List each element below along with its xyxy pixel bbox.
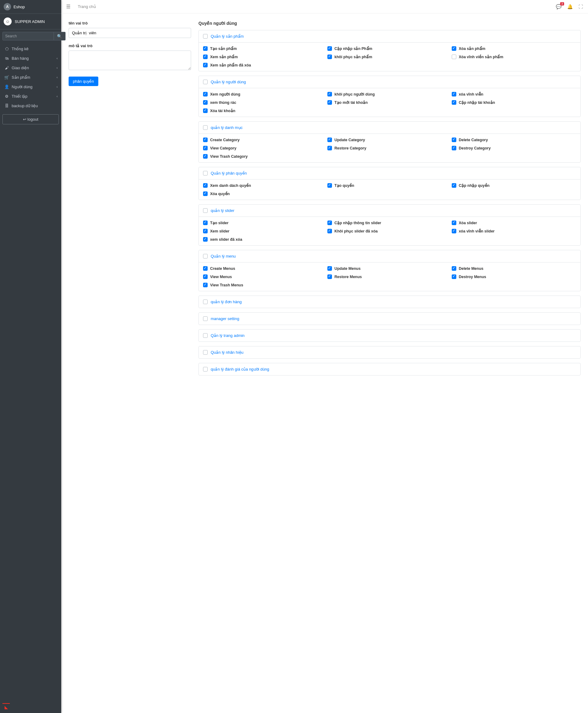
perm-checkbox[interactable] — [452, 274, 456, 279]
perm-item[interactable]: View Menus — [203, 274, 328, 279]
perm-checkbox[interactable] — [203, 274, 208, 279]
perm-group-checkbox[interactable] — [203, 34, 208, 39]
perm-checkbox[interactable] — [328, 266, 332, 271]
role-name-input[interactable] — [69, 28, 191, 38]
perm-checkbox[interactable] — [203, 229, 208, 233]
perm-group-title[interactable]: quản lý đánh giá của người dùng — [211, 367, 269, 372]
perm-group-title[interactable]: Quản lý menu — [211, 254, 236, 258]
perm-item[interactable]: Cập nhập quyền — [452, 183, 576, 188]
perm-group-title[interactable]: manager setting — [211, 316, 239, 321]
perm-item[interactable]: Update Menus — [328, 266, 452, 271]
perm-group-checkbox[interactable] — [203, 254, 208, 258]
perm-checkbox[interactable] — [452, 55, 456, 59]
perm-item[interactable]: Restore Menus — [328, 274, 452, 279]
perm-group-checkbox[interactable] — [203, 171, 208, 175]
perm-checkbox[interactable] — [203, 221, 208, 225]
perm-checkbox[interactable] — [452, 221, 456, 225]
perm-checkbox[interactable] — [203, 266, 208, 271]
perm-item[interactable]: Cập nhập thông tin slider — [328, 221, 452, 225]
perm-checkbox[interactable] — [328, 274, 332, 279]
nav-item-3[interactable]: 🛒Sản phẩm‹ — [0, 72, 61, 82]
perm-item[interactable]: Destroy Category — [452, 146, 576, 150]
perm-checkbox[interactable] — [203, 146, 208, 150]
nav-item-1[interactable]: 🛍Bán hàng‹ — [0, 54, 61, 63]
perm-checkbox[interactable] — [203, 183, 208, 188]
perm-group-checkbox[interactable] — [203, 350, 208, 355]
perm-item[interactable]: Xem danh dách quyền — [203, 183, 328, 188]
perm-checkbox[interactable] — [203, 138, 208, 142]
perm-group-title[interactable]: quản lý slider — [211, 208, 234, 213]
logout-button[interactable]: ↩ logout — [2, 114, 59, 124]
perm-group-checkbox[interactable] — [203, 299, 208, 304]
perm-checkbox[interactable] — [328, 46, 332, 51]
perm-item[interactable]: Tạo slider — [203, 221, 328, 225]
perm-checkbox[interactable] — [452, 46, 456, 51]
perm-item[interactable]: Delete Menus — [452, 266, 576, 271]
perm-item[interactable]: Create Menus — [203, 266, 328, 271]
laravel-icon[interactable]: ◣ — [2, 703, 10, 711]
perm-item[interactable]: Tạo mới tài khoản — [328, 100, 452, 105]
perm-group-checkbox[interactable] — [203, 367, 208, 372]
perm-item[interactable]: Xem sản phẩm — [203, 55, 328, 59]
hamburger-icon[interactable]: ☰ — [66, 4, 70, 9]
breadcrumb[interactable]: Trang chủ — [78, 4, 96, 9]
perm-checkbox[interactable] — [328, 55, 332, 59]
perm-item[interactable]: Xóa vĩnh viền sản phẩm — [452, 55, 576, 59]
fullscreen-icon[interactable]: ⛶ — [579, 4, 583, 9]
perm-item[interactable]: khôi phục người dùng — [328, 92, 452, 97]
nav-item-5[interactable]: ⚙Thiết lập‹ — [0, 91, 61, 101]
perm-checkbox[interactable] — [452, 138, 456, 142]
search-input[interactable] — [2, 32, 54, 40]
perm-group-title[interactable]: quản lý đơn hàng — [211, 299, 241, 304]
perm-checkbox[interactable] — [452, 92, 456, 97]
perm-item[interactable]: Khôi phục slider đã xóa — [328, 229, 452, 233]
perm-item[interactable]: khôi phục sản phẩm — [328, 55, 452, 59]
perm-item[interactable]: Xem slider — [203, 229, 328, 233]
perm-item[interactable]: Cập nhập sản Phẩm — [328, 46, 452, 51]
perm-group-title[interactable]: Quản lý phân quyền — [211, 171, 247, 175]
perm-item[interactable]: View Trash Menus — [203, 283, 328, 287]
perm-checkbox[interactable] — [452, 100, 456, 105]
perm-item[interactable]: Xóa tài khoản — [203, 108, 328, 113]
perm-item[interactable]: Xóa slider — [452, 221, 576, 225]
perm-group-title[interactable]: Quản lý sản phẩm — [211, 34, 244, 39]
perm-item[interactable]: Delete Category — [452, 138, 576, 142]
perm-checkbox[interactable] — [452, 183, 456, 188]
perm-group-title[interactable]: Quản lý người dùng — [211, 80, 246, 84]
perm-item[interactable]: xem thùng rác — [203, 100, 328, 105]
perm-item[interactable]: Cập nhập tài khoản — [452, 100, 576, 105]
perm-group-checkbox[interactable] — [203, 208, 208, 213]
perm-group-checkbox[interactable] — [203, 125, 208, 130]
nav-item-2[interactable]: 🖌Giao diện‹ — [0, 63, 61, 72]
perm-group-checkbox[interactable] — [203, 333, 208, 338]
bell-icon[interactable]: 🔔 — [567, 4, 573, 9]
perm-checkbox[interactable] — [452, 266, 456, 271]
perm-checkbox[interactable] — [203, 100, 208, 105]
perm-group-checkbox[interactable] — [203, 316, 208, 321]
perm-group-title[interactable]: Quản lý nhãn hiệu — [211, 350, 244, 355]
perm-group-title[interactable]: quản lý danh mục — [211, 125, 243, 130]
perm-item[interactable]: xem slider đã xóa — [203, 237, 328, 242]
perm-item[interactable]: Destroy Menus — [452, 274, 576, 279]
perm-item[interactable]: Tạo quyền — [328, 183, 452, 188]
perm-checkbox[interactable] — [452, 229, 456, 233]
perm-item[interactable]: xóa vĩnh viễn — [452, 92, 576, 97]
perm-checkbox[interactable] — [328, 100, 332, 105]
perm-checkbox[interactable] — [328, 138, 332, 142]
perm-checkbox[interactable] — [203, 154, 208, 159]
perm-checkbox[interactable] — [328, 183, 332, 188]
perm-item[interactable]: Create Category — [203, 138, 328, 142]
perm-group-checkbox[interactable] — [203, 80, 208, 84]
role-desc-input[interactable] — [69, 50, 191, 70]
perm-checkbox[interactable] — [203, 108, 208, 113]
perm-checkbox[interactable] — [328, 229, 332, 233]
brand[interactable]: A Eshop — [0, 0, 61, 14]
perm-item[interactable]: xóa vĩnh viễn slider — [452, 229, 576, 233]
perm-item[interactable]: View Trash Category — [203, 154, 328, 159]
perm-item[interactable]: Xem người dùng — [203, 92, 328, 97]
perm-checkbox[interactable] — [203, 63, 208, 67]
perm-item[interactable]: Xóa sản phẩm — [452, 46, 576, 51]
messages-icon[interactable]: 💬3 — [556, 4, 562, 9]
perm-checkbox[interactable] — [328, 146, 332, 150]
perm-item[interactable]: Tạo sản phẩm — [203, 46, 328, 51]
